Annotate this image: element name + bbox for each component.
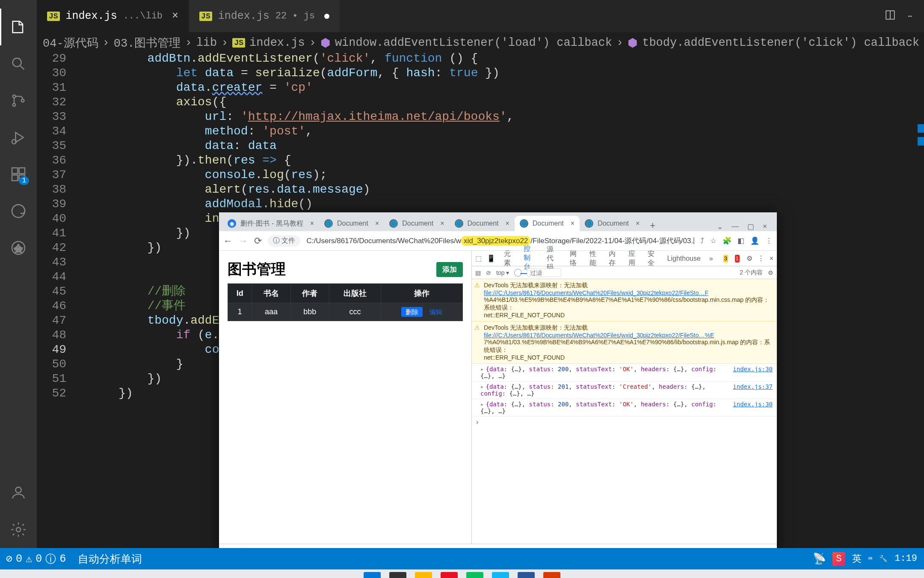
explorer-icon[interactable] <box>0 9 37 45</box>
breadcrumb-segment[interactable]: window.addEventListener('load') callback <box>335 36 612 49</box>
chrome-tab[interactable]: ◉ 删件·图书 - 黑马教程 × <box>222 216 319 231</box>
debug-icon[interactable] <box>0 119 37 156</box>
extensions-icon[interactable]: 1 <box>0 156 37 193</box>
keyboard-icon[interactable]: ⌨ <box>868 554 873 563</box>
warn-badge[interactable]: 3 <box>723 255 728 262</box>
taskbar-app-icon[interactable] <box>364 572 381 578</box>
meeting-icon[interactable]: 会 <box>0 229 37 266</box>
clear-console-icon[interactable]: ⊘ <box>486 269 491 276</box>
console-log-row[interactable]: ▸{data: {…}, status: 200, statusText: 'O… <box>472 364 777 381</box>
close-icon[interactable]: × <box>571 220 575 227</box>
maximize-icon[interactable]: ▢ <box>747 222 754 231</box>
chrome-tab[interactable]: 🌐 Document × <box>450 216 515 231</box>
dt-tab-elements[interactable]: 元素 <box>500 248 515 269</box>
gear-icon[interactable] <box>0 511 37 548</box>
taskbar-app-icon[interactable] <box>466 572 483 578</box>
dt-tab-network[interactable]: 网络 <box>566 248 581 269</box>
edge-icon[interactable] <box>0 193 37 229</box>
more-icon[interactable]: ⋯ <box>908 12 912 21</box>
analyze-words[interactable]: 自动分析单词 <box>72 552 148 566</box>
extensions-puzzle-icon[interactable]: 🧩 <box>723 236 732 245</box>
tool-icon[interactable]: 🔧 <box>879 554 888 563</box>
log-source-link[interactable]: index.js:30 <box>733 366 773 379</box>
search-icon[interactable] <box>0 45 37 82</box>
dt-tab-security[interactable]: 安全 <box>644 248 659 269</box>
system-clock[interactable]: 1:19 <box>894 554 917 564</box>
warning-link[interactable]: file:///C:/Users/86176/Documents/WeChat%… <box>484 289 708 296</box>
star-icon[interactable]: ☆ <box>710 236 717 245</box>
new-tab-button[interactable]: + <box>645 220 660 231</box>
breadcrumb-segment[interactable]: 03.图书管理 <box>114 35 181 51</box>
taskbar-app-icon[interactable] <box>415 572 432 578</box>
device-icon[interactable]: 📱 <box>487 254 495 262</box>
more-icon[interactable]: ⋮ <box>765 236 773 245</box>
chrome-tab[interactable]: 🌐 Document × <box>515 216 580 231</box>
dt-tab-performance[interactable]: 性能 <box>586 248 601 269</box>
info-marker[interactable] <box>918 124 924 133</box>
back-button[interactable]: ← <box>223 235 233 247</box>
sidepanel-icon[interactable]: ◧ <box>737 236 744 245</box>
tab-index-js-lib[interactable]: JS index.js ...\lib × <box>37 0 189 32</box>
source-control-icon[interactable] <box>0 82 37 119</box>
forward-button[interactable]: → <box>239 235 248 247</box>
close-icon[interactable]: × <box>440 220 444 227</box>
breadcrumb-segment[interactable]: 04-源代码 <box>43 35 98 51</box>
problems-status[interactable]: ⊘ 0 ⚠ 0 ⓘ 6 <box>0 552 72 566</box>
taskbar-app-icon[interactable] <box>492 572 509 578</box>
dt-tab-application[interactable]: 应用 <box>625 248 640 269</box>
taskbar-app-icon[interactable] <box>441 572 458 578</box>
profile-icon[interactable]: 👤 <box>750 236 759 245</box>
chrome-tab[interactable]: 🌐 Document × <box>384 216 449 231</box>
close-icon[interactable]: × <box>636 220 640 227</box>
log-source-link[interactable]: index.js:30 <box>733 401 773 414</box>
reload-button[interactable]: ⟳ <box>254 235 262 247</box>
tab-index-js-22[interactable]: JS index.js 22 • js <box>189 0 340 32</box>
taskbar-app-icon[interactable] <box>389 572 406 578</box>
minimize-icon[interactable]: — <box>732 222 739 231</box>
breadcrumb[interactable]: 04-源代码 › 03.图书管理 › lib › JS index.js › ⬢… <box>43 34 924 51</box>
language-indicator[interactable]: 英 <box>852 552 862 565</box>
address-bar[interactable]: C:/Users/86176/Documents/WeChat%20Files/… <box>306 236 694 246</box>
close-icon[interactable]: × <box>172 10 178 22</box>
more-icon[interactable]: » <box>709 255 713 262</box>
chevron-down-icon[interactable]: ⌄ <box>717 222 723 231</box>
dt-tab-memory[interactable]: 内存 <box>605 248 620 269</box>
log-source-link[interactable]: index.js:37 <box>733 383 773 397</box>
err-badge[interactable]: 1 <box>735 255 740 262</box>
overview-ruler[interactable] <box>918 51 924 394</box>
close-icon[interactable]: × <box>763 222 767 231</box>
warning-link[interactable]: file:///C:/Users/86176/Documents/WeChat%… <box>484 332 714 339</box>
filter-input[interactable] <box>527 268 561 277</box>
gear-icon[interactable]: ⚙ <box>746 254 752 262</box>
taskbar-app-icon[interactable] <box>543 572 560 578</box>
live-expression-icon[interactable] <box>514 269 522 277</box>
dt-tab-lighthouse[interactable]: Lighthouse <box>664 253 704 264</box>
close-icon[interactable]: × <box>505 220 509 227</box>
windows-taskbar[interactable] <box>0 569 924 578</box>
split-editor-icon[interactable] <box>885 9 896 23</box>
taskbar-app-icon[interactable] <box>518 572 535 578</box>
more-icon[interactable]: ⋮ <box>758 254 764 262</box>
console-log-row[interactable]: ▸{data: {…}, status: 200, statusText: 'O… <box>472 399 777 417</box>
close-icon[interactable]: × <box>770 255 773 262</box>
delete-button[interactable]: 删除 <box>401 307 423 317</box>
chrome-tab[interactable]: 🌐 Document × <box>580 216 645 231</box>
console-output[interactable]: DevTools 无法加载来源映射：无法加载 file:///C:/Users/… <box>472 279 777 544</box>
chrome-tab[interactable]: 🌐 Document × <box>319 216 384 231</box>
console-log-row[interactable]: ▸{data: {…}, status: 201, statusText: 'C… <box>472 381 777 399</box>
console-prompt[interactable]: › <box>472 417 777 428</box>
info-marker[interactable] <box>918 137 924 146</box>
close-icon[interactable]: × <box>310 220 314 227</box>
edit-link[interactable]: 编辑 <box>429 308 442 316</box>
breadcrumb-segment[interactable]: tbody.addEventListener('click') callback <box>642 36 919 49</box>
context-selector[interactable]: top ▾ <box>496 269 509 276</box>
add-button[interactable]: 添加 <box>436 262 463 277</box>
share-icon[interactable]: ⤴ <box>700 237 704 245</box>
sidebar-toggle-icon[interactable]: ▤ <box>475 269 481 276</box>
close-icon[interactable]: × <box>375 220 379 227</box>
breadcrumb-segment[interactable]: lib <box>196 36 217 49</box>
inspect-icon[interactable]: ⬚ <box>475 254 482 262</box>
breadcrumb-segment[interactable]: index.js <box>249 36 305 49</box>
ime-icon[interactable]: S <box>832 552 845 566</box>
gear-icon[interactable]: ⚙ <box>768 269 773 276</box>
